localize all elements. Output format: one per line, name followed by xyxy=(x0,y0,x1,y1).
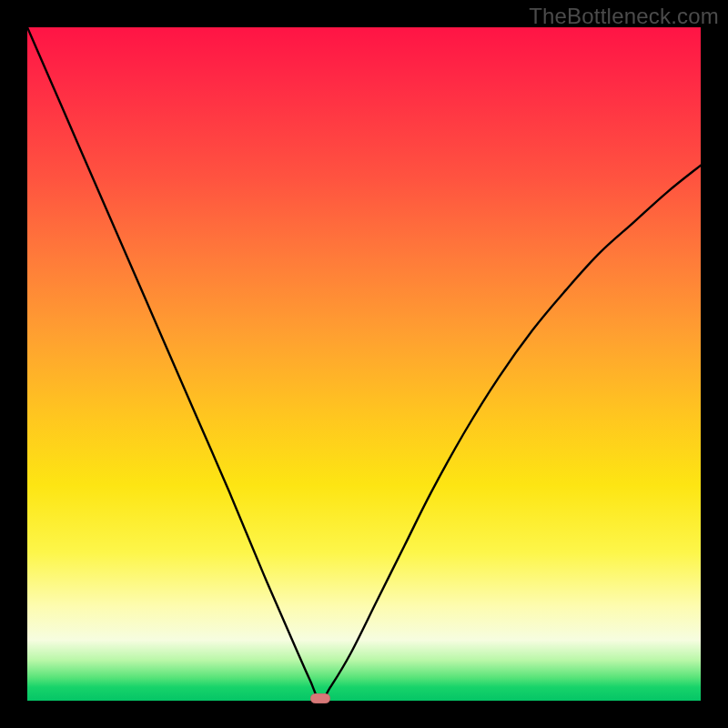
chart-plot-area xyxy=(27,27,701,701)
watermark-text: TheBottleneck.com xyxy=(529,4,719,29)
optimum-marker xyxy=(310,693,330,703)
chart-frame: TheBottleneck.com xyxy=(0,0,728,728)
bottleneck-curve xyxy=(27,27,701,701)
